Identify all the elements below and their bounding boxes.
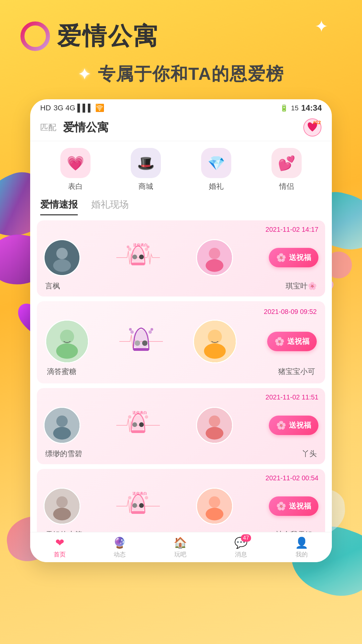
feed-card-2-body: 🌸 送祝福 (45, 320, 317, 363)
feed-card-2-user1-name: 滴答蜜糖 (47, 367, 76, 377)
feed-card-1: 2021-11-02 14:17 (37, 220, 325, 297)
phone-mockup: HD 3G 4G ▌▌▌ 🛜 🔋 15 14:34 匹配 爱情公寓 #12 💗 … (30, 99, 332, 562)
tab-love-news[interactable]: 爱情速报 (40, 198, 78, 215)
app-title: 爱情公寓 (57, 20, 159, 52)
bottom-nav-play[interactable]: 🏠 玩吧 (174, 536, 187, 558)
bless-flower-icon-2: 🌸 (275, 337, 285, 346)
feed-card-3-bless-button[interactable]: 🌸 送祝福 (269, 416, 318, 435)
profile-icon: 👤 (295, 536, 308, 549)
feed-card-3-user2-name: 丫头 (302, 449, 317, 459)
svg-point-38 (53, 427, 71, 440)
feed-card-2-wedding-scene (119, 321, 163, 362)
message-badge-wrap: 💬 47 (234, 536, 248, 549)
biaobal-label: 表白 (68, 181, 83, 192)
feed-card-4-user1-avatar (44, 488, 80, 525)
svg-point-49 (209, 416, 220, 427)
svg-point-34 (208, 330, 222, 344)
status-time: 14:34 (301, 103, 322, 113)
app-logo-ring (20, 21, 50, 51)
home-label: 首页 (54, 550, 66, 558)
svg-point-28 (142, 340, 147, 346)
status-right: 🔋 15 14:34 (280, 103, 322, 113)
bottom-nav-dynamic[interactable]: 🔮 动态 (113, 536, 126, 558)
bless-label-3: 送祝福 (289, 420, 311, 430)
svg-point-53 (53, 508, 71, 521)
svg-point-30 (148, 330, 152, 334)
feed-card-4-date: 2021-11-02 00:54 (265, 474, 318, 482)
action-qinglv[interactable]: 💕 情侣 (272, 148, 302, 192)
message-label: 消息 (235, 550, 247, 558)
phone-nav-bar: 匹配 爱情公寓 #12 (30, 115, 332, 141)
feed-card-2-user2-name: 猪宝宝小可 (278, 367, 315, 377)
play-label: 玩吧 (174, 550, 186, 558)
feed-card-3-user2-avatar (196, 407, 233, 444)
feed-card-4-bless-button[interactable]: 🌸 送祝福 (269, 496, 318, 516)
bottom-nav-message[interactable]: 💬 47 消息 (234, 536, 248, 558)
bless-label-4: 送祝福 (289, 501, 311, 511)
feed-card-2-bless-button[interactable]: 🌸 送祝福 (267, 332, 317, 351)
action-hunli[interactable]: 💎 婚礼 (201, 148, 231, 192)
svg-point-31 (129, 328, 132, 331)
dynamic-label: 动态 (114, 550, 126, 558)
svg-point-19 (205, 259, 223, 272)
subtitle-text: 专属于你和TA的恩爱榜 (98, 62, 284, 86)
feed-card-3-user1-avatar (44, 407, 80, 444)
svg-text:送你表白: 送你表白 (133, 243, 148, 247)
sparkle-left-icon: ✦ (78, 66, 91, 83)
feed-card-2: 2021-08-09 09:52 (37, 301, 325, 383)
bottom-nav-bar: ❤ 首页 🔮 动态 🏠 玩吧 💬 47 消息 👤 我的 (30, 532, 332, 562)
feed-card-1-bless-button[interactable]: 🌸 送祝福 (269, 248, 318, 267)
svg-point-59 (139, 503, 144, 508)
feed-card-3-user1-name: 缥缈的雪碧 (45, 449, 82, 459)
svg-rect-42 (131, 430, 145, 433)
svg-point-14 (127, 246, 129, 248)
svg-point-37 (56, 416, 68, 427)
feed-card-2-names: 滴答蜜糖 猪宝宝小可 (45, 367, 317, 377)
status-left: HD 3G 4G ▌▌▌ 🛜 (40, 104, 104, 112)
message-badge-count: 47 (241, 534, 251, 542)
svg-rect-9 (131, 263, 145, 265)
feed-card-1-date: 2021-11-02 14:17 (265, 226, 318, 233)
feed-card-3-wedding-scene: 送你表白 (116, 405, 160, 445)
qinglv-label: 情侣 (279, 181, 294, 192)
svg-point-52 (56, 496, 68, 508)
feed-list: 2021-11-02 14:17 (30, 215, 332, 550)
action-biaobal[interactable]: 💗 表白 (60, 148, 90, 192)
svg-point-18 (209, 248, 220, 259)
battery-level: 15 (291, 104, 298, 112)
bottom-nav-profile[interactable]: 👤 我的 (295, 536, 308, 558)
notification-icon[interactable]: #12 (303, 118, 322, 137)
header-area: 爱情公寓 ✦ (0, 0, 362, 59)
svg-point-35 (204, 343, 226, 359)
feed-card-4-wedding-scene: 送你表白 (116, 486, 160, 526)
feed-card-3-date: 2021-11-02 11:51 (265, 393, 318, 401)
svg-point-58 (132, 503, 137, 508)
svg-point-10 (132, 255, 137, 259)
biaobal-icon-wrap: 💗 (60, 148, 90, 178)
hunli-icon: 💎 (207, 155, 225, 171)
bottom-nav-home[interactable]: ❤ 首页 (54, 536, 66, 558)
svg-point-50 (205, 427, 223, 440)
qinglv-icon-wrap: 💕 (272, 148, 302, 178)
status-bar: HD 3G 4G ▌▌▌ 🛜 🔋 15 14:34 (30, 99, 332, 115)
svg-point-4 (56, 248, 68, 259)
svg-point-21 (60, 330, 74, 344)
svg-point-27 (135, 340, 140, 346)
bless-flower-icon-1: 🌸 (276, 253, 286, 262)
svg-point-11 (139, 255, 144, 259)
quick-actions: 💗 表白 🎩 商城 💎 婚礼 💕 情侣 (30, 141, 332, 195)
profile-label: 我的 (296, 550, 308, 558)
play-icon: 🏠 (174, 536, 187, 549)
svg-point-44 (139, 422, 144, 427)
signal-indicators: 3G 4G ▌▌▌ 🛜 (54, 104, 104, 112)
hunli-label: 婚礼 (209, 181, 224, 192)
biaobal-icon: 💗 (67, 155, 84, 171)
svg-point-65 (205, 508, 223, 521)
feed-card-3: 2021-11-02 11:51 (37, 388, 325, 464)
action-shangcheng[interactable]: 🎩 商城 (131, 148, 161, 192)
svg-point-0 (22, 23, 48, 49)
feed-card-2-date: 2021-08-09 09:52 (264, 308, 317, 316)
svg-point-32 (150, 328, 153, 331)
tab-wedding-live[interactable]: 婚礼现场 (91, 198, 129, 215)
nav-back-text[interactable]: 匹配 (40, 122, 56, 133)
